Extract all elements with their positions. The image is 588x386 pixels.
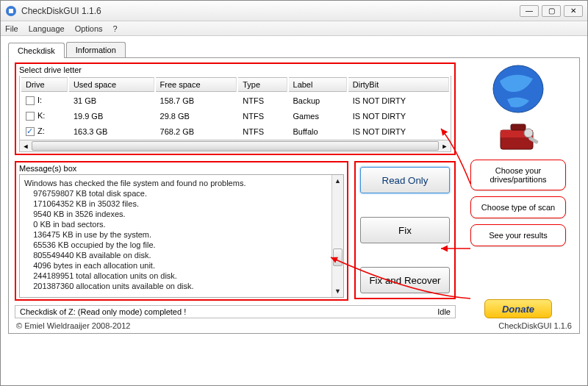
- drive-checkbox[interactable]: [26, 112, 35, 121]
- messages-box[interactable]: Windows has checked the file system and …: [19, 174, 344, 298]
- sidebar: Choose your drives/partitions Choose typ…: [463, 62, 573, 318]
- cell-used: 163.3 GB: [69, 124, 154, 138]
- drive-checkbox[interactable]: [26, 96, 35, 105]
- callout-results: See your results: [470, 224, 566, 246]
- callout-drives: Choose your drives/partitions: [470, 160, 566, 190]
- menu-file[interactable]: File: [5, 24, 18, 33]
- drive-letter: K:: [37, 111, 45, 120]
- drive-selection-group: Select drive letter Drive Used space Fre…: [15, 62, 456, 155]
- status-bar: Checkdisk of Z: (Read only mode) complet…: [15, 305, 456, 318]
- drive-checkbox[interactable]: [26, 127, 35, 136]
- tab-panel: Select drive letter Drive Used space Fre…: [8, 57, 580, 334]
- donate-button[interactable]: Donate: [484, 299, 552, 318]
- svg-rect-6: [511, 124, 526, 130]
- message-line: 201387360 allocation units available on …: [24, 281, 330, 291]
- titlebar: CheckDiskGUI 1.1.6 — ▢ ✕: [1, 1, 587, 21]
- messages-group: Message(s) box Windows has checked the f…: [15, 161, 348, 301]
- globe-icon: [485, 62, 551, 121]
- app-window: CheckDiskGUI 1.1.6 — ▢ ✕ File Language O…: [0, 0, 588, 386]
- cell-free: 29.8 GB: [156, 109, 237, 123]
- table-row[interactable]: Z:163.3 GB768.2 GBNTFSBuffaloIS NOT DIRT…: [21, 124, 449, 138]
- svg-rect-1: [9, 9, 13, 13]
- col-drive[interactable]: Drive: [21, 77, 68, 92]
- maximize-button[interactable]: ▢: [542, 5, 561, 17]
- callout-scantype: Choose type of scan: [470, 196, 566, 218]
- cell-dirty: IS NOT DIRTY: [348, 93, 449, 107]
- scroll-up-icon[interactable]: ▲: [332, 175, 343, 187]
- cell-free: 768.2 GB: [156, 124, 237, 138]
- drive-letter: Z:: [37, 126, 45, 135]
- menu-help[interactable]: ?: [113, 24, 118, 33]
- window-controls: — ▢ ✕: [520, 5, 583, 17]
- cell-dirty: IS NOT DIRTY: [348, 124, 449, 138]
- scan-buttons-group: Read Only Fix Fix and Recover: [354, 161, 456, 299]
- cell-used: 31 GB: [69, 93, 154, 107]
- toolbox-icon: [496, 118, 540, 154]
- copyright: © Emiel Wieldraaijer 2008-2012: [16, 321, 130, 330]
- content-area: Checkdisk Information Select drive lette…: [1, 36, 587, 337]
- menu-options[interactable]: Options: [75, 24, 103, 33]
- col-free[interactable]: Free space: [156, 77, 237, 92]
- cell-type: NTFS: [238, 93, 287, 107]
- messages-label: Message(s) box: [19, 164, 344, 173]
- message-line: 244189951 total allocation units on disk…: [24, 271, 330, 281]
- message-line: 805549440 KB available on disk.: [24, 250, 330, 260]
- drive-table: Drive Used space Free space Type Label D…: [19, 76, 451, 140]
- message-line: 4096 bytes in each allocation unit.: [24, 260, 330, 271]
- drive-group-label: Select drive letter: [19, 65, 451, 74]
- menubar: File Language Options ?: [1, 21, 587, 36]
- col-type[interactable]: Type: [238, 77, 287, 92]
- col-label[interactable]: Label: [289, 77, 347, 92]
- tabs: Checkdisk Information: [8, 42, 580, 57]
- vscroll-thumb[interactable]: [333, 249, 343, 266]
- scroll-left-icon[interactable]: ◄: [20, 140, 32, 151]
- cell-used: 19.9 GB: [69, 109, 154, 123]
- fix-recover-button[interactable]: Fix and Recover: [360, 267, 450, 293]
- table-row[interactable]: K:19.9 GB29.8 GBNTFSGamesIS NOT DIRTY: [21, 109, 449, 123]
- status-idle: Idle: [437, 307, 451, 316]
- footer: © Emiel Wieldraaijer 2008-2012 CheckDisk…: [15, 318, 573, 330]
- message-line: Windows has checked the file system and …: [24, 178, 330, 188]
- svg-point-8: [524, 129, 533, 137]
- scroll-down-icon[interactable]: ▼: [332, 285, 343, 297]
- cell-label: Games: [289, 109, 347, 123]
- fix-button[interactable]: Fix: [360, 217, 450, 243]
- status-text: Checkdisk of Z: (Read only mode) complet…: [20, 307, 186, 316]
- tab-information[interactable]: Information: [66, 42, 126, 57]
- col-used[interactable]: Used space: [69, 77, 154, 92]
- cell-dirty: IS NOT DIRTY: [348, 109, 449, 123]
- cell-label: Buffalo: [289, 124, 347, 138]
- col-dirty[interactable]: DirtyBit: [348, 77, 449, 92]
- close-button[interactable]: ✕: [564, 5, 583, 17]
- cell-free: 158.7 GB: [156, 93, 237, 107]
- cell-type: NTFS: [238, 109, 287, 123]
- scroll-thumb[interactable]: [32, 141, 439, 151]
- window-title: CheckDiskGUI 1.1.6: [21, 6, 520, 16]
- footer-version: CheckDiskGUI 1.1.6: [498, 321, 572, 330]
- table-row[interactable]: I:31 GB158.7 GBNTFSBackupIS NOT DIRTY: [21, 93, 449, 107]
- scroll-right-icon[interactable]: ►: [439, 140, 451, 151]
- message-line: 0 KB in bad sectors.: [24, 219, 330, 229]
- message-line: 171064352 KB in 35032 files.: [24, 199, 330, 209]
- readonly-button[interactable]: Read Only: [360, 167, 450, 193]
- vertical-scrollbar[interactable]: ▲ ▼: [331, 175, 343, 297]
- drive-letter: I:: [37, 96, 42, 104]
- minimize-button[interactable]: —: [520, 5, 539, 17]
- cell-label: Backup: [289, 93, 347, 107]
- message-line: 136475 KB in use by the system.: [24, 229, 330, 240]
- tab-checkdisk[interactable]: Checkdisk: [8, 43, 65, 58]
- horizontal-scrollbar[interactable]: ◄ ►: [19, 140, 451, 152]
- app-icon: [5, 5, 17, 17]
- message-line: 65536 KB occupied by the log file.: [24, 240, 330, 250]
- cell-type: NTFS: [238, 124, 287, 138]
- message-line: 9540 KB in 3526 indexes.: [24, 209, 330, 219]
- message-line: 976759807 KB total disk space.: [24, 188, 330, 199]
- menu-language[interactable]: Language: [29, 24, 65, 33]
